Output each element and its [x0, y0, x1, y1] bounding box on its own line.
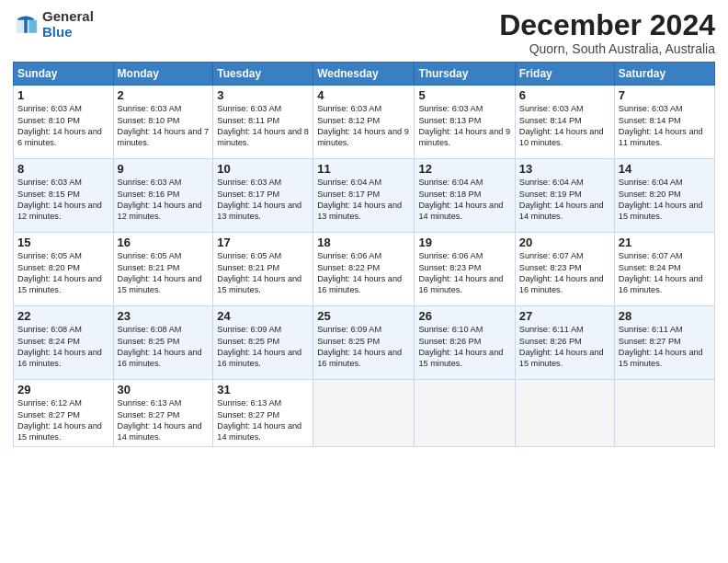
day-number: 30 — [118, 383, 210, 396]
day-number: 2 — [118, 88, 210, 102]
day-info: Sunrise: 6:05 AMSunset: 8:20 PMDaylight:… — [17, 251, 102, 294]
day-info: Sunrise: 6:11 AMSunset: 8:27 PMDaylight:… — [619, 325, 703, 368]
calendar-cell — [614, 380, 714, 447]
logo-general-text: General — [42, 9, 94, 25]
day-info: Sunrise: 6:09 AMSunset: 8:25 PMDaylight:… — [317, 325, 402, 368]
logo-icon — [13, 12, 39, 38]
calendar-cell: 16 Sunrise: 6:05 AMSunset: 8:21 PMDaylig… — [113, 233, 213, 306]
day-info: Sunrise: 6:04 AMSunset: 8:19 PMDaylight:… — [519, 178, 604, 221]
calendar-cell: 2 Sunrise: 6:03 AMSunset: 8:10 PMDayligh… — [113, 86, 213, 159]
calendar-cell: 30 Sunrise: 6:13 AMSunset: 8:27 PMDaylig… — [113, 380, 213, 447]
calendar-cell: 22 Sunrise: 6:08 AMSunset: 8:24 PMDaylig… — [14, 306, 114, 380]
calendar-cell: 27 Sunrise: 6:11 AMSunset: 8:26 PMDaylig… — [515, 306, 614, 380]
day-info: Sunrise: 6:04 AMSunset: 8:17 PMDaylight:… — [317, 178, 402, 221]
calendar-cell: 24 Sunrise: 6:09 AMSunset: 8:25 PMDaylig… — [213, 306, 313, 380]
day-number: 5 — [418, 88, 510, 102]
day-number: 29 — [17, 383, 109, 396]
calendar-cell: 18 Sunrise: 6:06 AMSunset: 8:22 PMDaylig… — [313, 233, 415, 306]
calendar-cell: 20 Sunrise: 6:07 AMSunset: 8:23 PMDaylig… — [515, 233, 614, 306]
calendar-cell — [415, 380, 515, 447]
calendar-cell: 26 Sunrise: 6:10 AMSunset: 8:26 PMDaylig… — [415, 306, 515, 380]
day-info: Sunrise: 6:04 AMSunset: 8:18 PMDaylight:… — [418, 178, 503, 221]
calendar-cell: 14 Sunrise: 6:04 AMSunset: 8:20 PMDaylig… — [614, 159, 714, 233]
subtitle: Quorn, South Australia, Australia — [499, 41, 715, 56]
header: General Blue December 2024 Quorn, South … — [13, 9, 715, 56]
day-info: Sunrise: 6:03 AMSunset: 8:11 PMDaylight:… — [217, 104, 309, 147]
day-number: 17 — [217, 236, 309, 249]
day-number: 6 — [519, 88, 610, 102]
day-number: 13 — [519, 162, 610, 176]
calendar: SundayMondayTuesdayWednesdayThursdayFrid… — [13, 62, 715, 447]
day-number: 24 — [217, 309, 309, 323]
page: General Blue December 2024 Quorn, South … — [0, 0, 728, 563]
day-info: Sunrise: 6:03 AMSunset: 8:16 PMDaylight:… — [118, 178, 202, 221]
day-info: Sunrise: 6:03 AMSunset: 8:14 PMDaylight:… — [619, 104, 703, 147]
calendar-cell: 15 Sunrise: 6:05 AMSunset: 8:20 PMDaylig… — [14, 233, 114, 306]
day-info: Sunrise: 6:03 AMSunset: 8:12 PMDaylight:… — [317, 104, 409, 147]
logo-blue-text: Blue — [42, 25, 94, 40]
day-info: Sunrise: 6:03 AMSunset: 8:10 PMDaylight:… — [17, 104, 102, 147]
day-info: Sunrise: 6:05 AMSunset: 8:21 PMDaylight:… — [118, 251, 202, 294]
calendar-cell: 19 Sunrise: 6:06 AMSunset: 8:23 PMDaylig… — [415, 233, 515, 306]
day-number: 27 — [519, 309, 610, 323]
calendar-cell: 23 Sunrise: 6:08 AMSunset: 8:25 PMDaylig… — [113, 306, 213, 380]
day-info: Sunrise: 6:13 AMSunset: 8:27 PMDaylight:… — [217, 398, 301, 442]
calendar-cell: 9 Sunrise: 6:03 AMSunset: 8:16 PMDayligh… — [113, 159, 213, 233]
day-number: 14 — [619, 162, 711, 176]
day-info: Sunrise: 6:03 AMSunset: 8:10 PMDaylight:… — [118, 104, 210, 147]
day-info: Sunrise: 6:03 AMSunset: 8:14 PMDaylight:… — [519, 104, 604, 147]
day-info: Sunrise: 6:03 AMSunset: 8:13 PMDaylight:… — [418, 104, 510, 147]
calendar-cell: 1 Sunrise: 6:03 AMSunset: 8:10 PMDayligh… — [14, 86, 114, 159]
calendar-week-row: 15 Sunrise: 6:05 AMSunset: 8:20 PMDaylig… — [14, 233, 715, 306]
day-info: Sunrise: 6:03 AMSunset: 8:17 PMDaylight:… — [217, 178, 301, 221]
calendar-cell: 12 Sunrise: 6:04 AMSunset: 8:18 PMDaylig… — [415, 159, 515, 233]
calendar-cell — [515, 380, 614, 447]
calendar-header-row: SundayMondayTuesdayWednesdayThursdayFrid… — [14, 63, 715, 86]
calendar-cell: 8 Sunrise: 6:03 AMSunset: 8:15 PMDayligh… — [14, 159, 114, 233]
calendar-day-header: Sunday — [14, 63, 114, 86]
day-number: 22 — [17, 309, 109, 323]
calendar-cell: 31 Sunrise: 6:13 AMSunset: 8:27 PMDaylig… — [213, 380, 313, 447]
day-number: 23 — [118, 309, 210, 323]
day-number: 15 — [17, 236, 109, 249]
day-number: 8 — [17, 162, 109, 176]
day-info: Sunrise: 6:07 AMSunset: 8:24 PMDaylight:… — [619, 251, 703, 294]
calendar-cell: 29 Sunrise: 6:12 AMSunset: 8:27 PMDaylig… — [14, 380, 114, 447]
day-number: 21 — [619, 236, 711, 249]
calendar-day-header: Monday — [113, 63, 213, 86]
day-info: Sunrise: 6:12 AMSunset: 8:27 PMDaylight:… — [17, 398, 102, 442]
day-info: Sunrise: 6:06 AMSunset: 8:23 PMDaylight:… — [418, 251, 503, 294]
calendar-cell: 5 Sunrise: 6:03 AMSunset: 8:13 PMDayligh… — [415, 86, 515, 159]
calendar-cell: 28 Sunrise: 6:11 AMSunset: 8:27 PMDaylig… — [614, 306, 714, 380]
calendar-day-header: Wednesday — [313, 63, 415, 86]
day-number: 18 — [317, 236, 410, 249]
day-number: 31 — [217, 383, 309, 396]
calendar-cell: 11 Sunrise: 6:04 AMSunset: 8:17 PMDaylig… — [313, 159, 415, 233]
calendar-week-row: 22 Sunrise: 6:08 AMSunset: 8:24 PMDaylig… — [14, 306, 715, 380]
calendar-day-header: Tuesday — [213, 63, 313, 86]
logo-text: General Blue — [42, 9, 94, 40]
calendar-week-row: 1 Sunrise: 6:03 AMSunset: 8:10 PMDayligh… — [14, 86, 715, 159]
day-number: 1 — [17, 88, 109, 102]
day-info: Sunrise: 6:05 AMSunset: 8:21 PMDaylight:… — [217, 251, 301, 294]
calendar-day-header: Friday — [515, 63, 614, 86]
day-number: 7 — [619, 88, 711, 102]
day-number: 10 — [217, 162, 309, 176]
day-number: 9 — [118, 162, 210, 176]
logo: General Blue — [13, 9, 94, 40]
day-number: 4 — [317, 88, 410, 102]
day-number: 3 — [217, 88, 309, 102]
day-info: Sunrise: 6:04 AMSunset: 8:20 PMDaylight:… — [619, 178, 703, 221]
day-info: Sunrise: 6:03 AMSunset: 8:15 PMDaylight:… — [17, 178, 102, 221]
calendar-cell: 25 Sunrise: 6:09 AMSunset: 8:25 PMDaylig… — [313, 306, 415, 380]
calendar-cell: 7 Sunrise: 6:03 AMSunset: 8:14 PMDayligh… — [614, 86, 714, 159]
day-info: Sunrise: 6:07 AMSunset: 8:23 PMDaylight:… — [519, 251, 604, 294]
main-title: December 2024 — [499, 9, 715, 41]
calendar-cell: 4 Sunrise: 6:03 AMSunset: 8:12 PMDayligh… — [313, 86, 415, 159]
calendar-cell: 3 Sunrise: 6:03 AMSunset: 8:11 PMDayligh… — [213, 86, 313, 159]
day-info: Sunrise: 6:13 AMSunset: 8:27 PMDaylight:… — [118, 398, 202, 442]
day-info: Sunrise: 6:06 AMSunset: 8:22 PMDaylight:… — [317, 251, 402, 294]
calendar-cell — [313, 380, 415, 447]
day-number: 26 — [418, 309, 510, 323]
day-info: Sunrise: 6:10 AMSunset: 8:26 PMDaylight:… — [418, 325, 503, 368]
